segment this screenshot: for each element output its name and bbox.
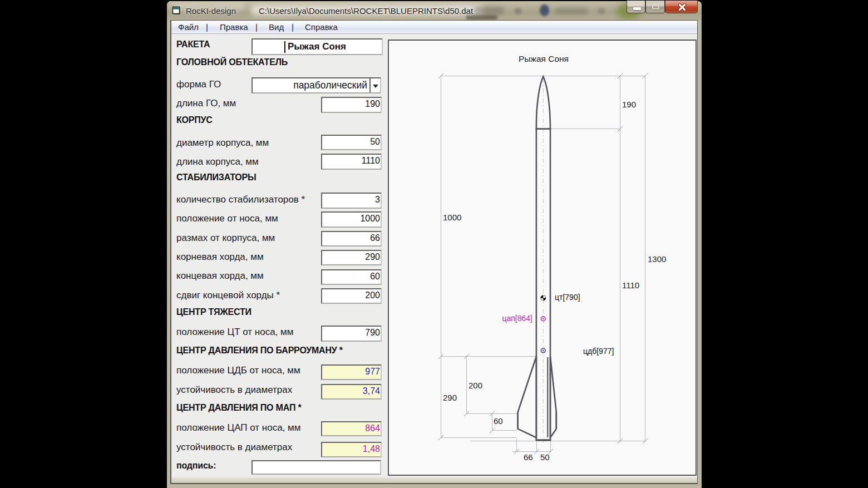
svg-text:1300: 1300 — [648, 254, 666, 264]
svg-text:цдб[977]: цдб[977] — [583, 347, 614, 356]
svg-text:цап[864]: цап[864] — [502, 314, 532, 323]
svg-text:Рыжая Соня: Рыжая Соня — [519, 54, 569, 63]
svg-text:66: 66 — [524, 452, 533, 462]
svg-text:1110: 1110 — [622, 280, 639, 290]
svg-text:200: 200 — [468, 381, 482, 390]
svg-text:50: 50 — [540, 452, 550, 462]
svg-text:190: 190 — [622, 100, 636, 109]
svg-text:цт[790]: цт[790] — [555, 293, 580, 302]
svg-text:1000: 1000 — [443, 213, 461, 222]
svg-text:290: 290 — [443, 393, 457, 402]
svg-text:60: 60 — [494, 416, 503, 426]
